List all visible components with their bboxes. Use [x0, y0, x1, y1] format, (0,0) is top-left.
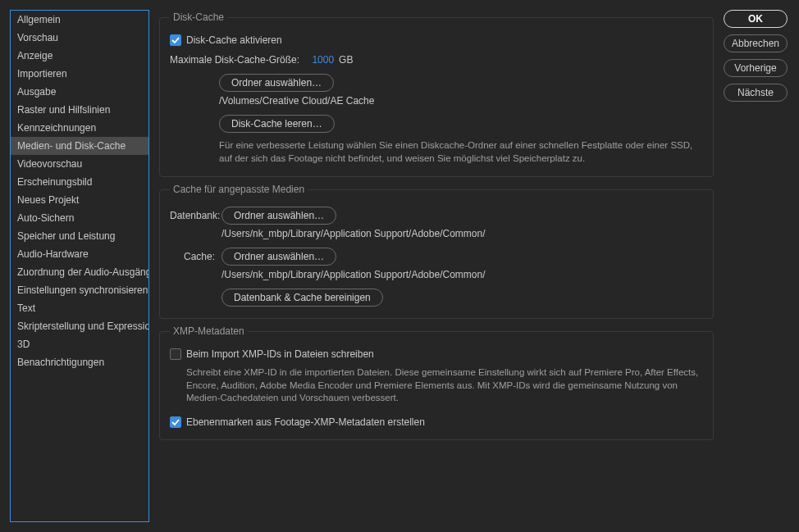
sidebar-item-ausgabe[interactable]: Ausgabe: [11, 83, 148, 101]
next-button[interactable]: Nächste: [724, 84, 788, 102]
choose-disk-cache-folder-button[interactable]: Ordner auswählen…: [219, 74, 334, 92]
sidebar-item-scripting-expr[interactable]: Skripterstellung und Expressions: [11, 317, 148, 335]
empty-disk-cache-button[interactable]: Disk-Cache leeren…: [219, 115, 335, 133]
choose-cache-folder-button[interactable]: Ordner auswählen…: [221, 248, 336, 266]
sidebar-item-text[interactable]: Text: [11, 299, 148, 317]
sidebar-item-importieren[interactable]: Importieren: [11, 65, 148, 83]
cache-label: Cache:: [170, 251, 215, 262]
layer-markers-from-xmp-label[interactable]: Ebenenmarken aus Footage-XMP-Metadaten e…: [186, 416, 425, 428]
sidebar-item-allgemein[interactable]: Allgemein: [11, 11, 148, 29]
sidebar-item-raster[interactable]: Raster und Hilfslinien: [11, 101, 148, 119]
sidebar-item-speicher-leistung[interactable]: Speicher und Leistung: [11, 227, 148, 245]
previous-button[interactable]: Vorherige: [724, 59, 788, 77]
sidebar-item-vorschau[interactable]: Vorschau: [11, 29, 148, 47]
xmp-metadata-legend: XMP-Metadaten: [170, 325, 248, 337]
write-xmp-ids-label[interactable]: Beim Import XMP-IDs in Dateien schreiben: [186, 348, 374, 360]
sidebar-item-neues-projekt[interactable]: Neues Projekt: [11, 191, 148, 209]
sidebar-item-auto-sichern[interactable]: Auto-Sichern: [11, 209, 148, 227]
cache-folder-path: /Users/nk_mbp/Library/Application Suppor…: [221, 269, 703, 280]
sidebar-item-anzeige[interactable]: Anzeige: [11, 47, 148, 65]
sidebar-item-notifications[interactable]: Benachrichtigungen: [11, 353, 148, 371]
check-icon: [171, 36, 180, 44]
disk-cache-group: Disk-Cache Disk-Cache aktivieren Maximal…: [159, 11, 714, 177]
preferences-content: Disk-Cache Disk-Cache aktivieren Maximal…: [159, 10, 714, 522]
enable-disk-cache-checkbox[interactable]: [170, 34, 181, 46]
disk-cache-folder-path: /Volumes/Creative Cloud/AE Cache: [219, 95, 703, 107]
cancel-button[interactable]: Abbrechen: [724, 34, 788, 52]
sidebar-item-3d[interactable]: 3D: [11, 335, 148, 353]
media-cache-group: Cache für angepasste Medien Datenbank: O…: [159, 184, 714, 319]
dialog-actions: OK Abbrechen Vorherige Nächste: [724, 10, 789, 522]
max-cache-size-value[interactable]: 1000: [312, 54, 334, 66]
database-label: Datenbank:: [170, 210, 215, 221]
preferences-category-list: Allgemein Vorschau Anzeige Importieren A…: [10, 10, 149, 522]
ok-button[interactable]: OK: [724, 10, 788, 28]
sidebar-item-audio-zuordnung[interactable]: Zuordnung der Audio-Ausgänge: [11, 263, 148, 281]
disk-cache-description: Für eine verbesserte Leistung wählen Sie…: [219, 139, 703, 165]
sidebar-item-audio-hardware[interactable]: Audio-Hardware: [11, 245, 148, 263]
max-cache-size-unit: GB: [339, 54, 353, 66]
xmp-metadata-group: XMP-Metadaten Beim Import XMP-IDs in Dat…: [159, 325, 714, 440]
sidebar-item-erscheinungsbild[interactable]: Erscheinungsbild: [11, 173, 148, 191]
sidebar-item-medien-disk-cache[interactable]: Medien- und Disk-Cache: [11, 137, 148, 155]
write-xmp-ids-description: Schreibt eine XMP-ID in die importierten…: [186, 366, 703, 405]
enable-disk-cache-label[interactable]: Disk-Cache aktivieren: [186, 34, 282, 46]
sidebar-item-videovorschau[interactable]: Videovorschau: [11, 155, 148, 173]
database-folder-path: /Users/nk_mbp/Library/Application Suppor…: [221, 228, 703, 239]
disk-cache-legend: Disk-Cache: [170, 11, 227, 23]
media-cache-legend: Cache für angepasste Medien: [170, 184, 308, 195]
max-cache-size-label: Maximale Disk-Cache-Größe:: [170, 54, 299, 66]
sidebar-item-sync-settings[interactable]: Einstellungen synchronisieren: [11, 281, 148, 299]
clean-database-cache-button[interactable]: Datenbank & Cache bereinigen: [221, 289, 383, 307]
check-icon: [171, 418, 180, 426]
sidebar-item-kennzeichnungen[interactable]: Kennzeichnungen: [11, 119, 148, 137]
write-xmp-ids-checkbox[interactable]: [170, 348, 181, 360]
choose-database-folder-button[interactable]: Ordner auswählen…: [221, 207, 336, 225]
layer-markers-from-xmp-checkbox[interactable]: [170, 416, 181, 428]
